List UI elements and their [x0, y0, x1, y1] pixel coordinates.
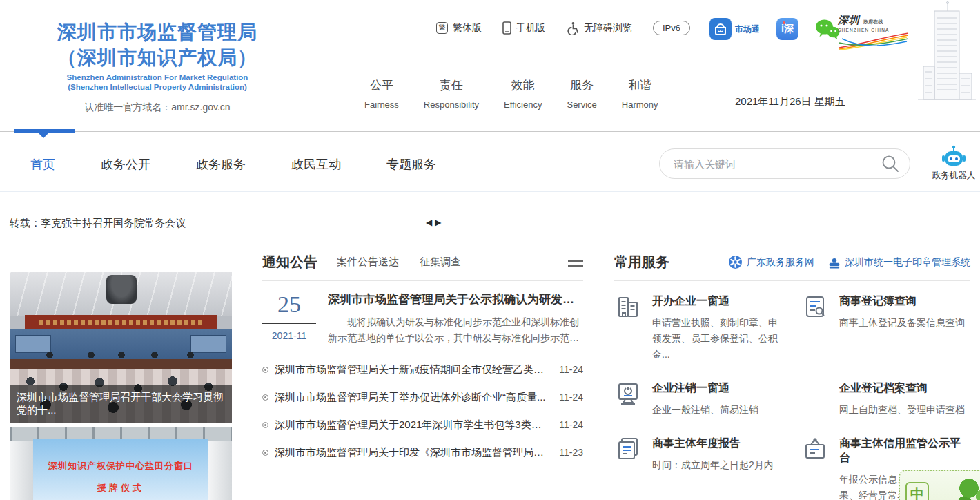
featured-year-month: 2021-11 — [262, 330, 316, 341]
main-nav: 首页 政务公开 政务服务 政民互动 专题服务 — [30, 156, 436, 173]
service-desc: 时间：成立周年之日起2月内 — [652, 457, 774, 473]
clover-leaves-icon — [929, 479, 980, 500]
notice-date: 11-24 — [559, 419, 583, 430]
notices-tabs: 案件公告送达 征集调查 — [337, 256, 461, 269]
carousel-caption[interactable]: 深圳市市场监督管理局召开干部大会学习贯彻党的十... — [10, 385, 232, 423]
shenzhen-china-logo[interactable]: 深圳 政府在线 SHENZHEN CHINA — [838, 14, 914, 50]
building-sketch-image — [910, 0, 979, 110]
value-efficiency: 效能Efficiency — [504, 77, 542, 110]
services-header: 常用服务 广东政务服务网 — [614, 253, 970, 281]
market-app-icon — [709, 18, 732, 40]
utility-links: 繁 繁体版 手机版 无障碍浏览 IPv6 — [436, 21, 690, 35]
mobile-version-label: 手机版 — [516, 22, 545, 35]
service-title[interactable]: 商事登记簿查询 — [839, 294, 965, 309]
notice-title[interactable]: 深圳市市场监督管理局关于新冠疫情期间全市仅经营乙类非... — [275, 363, 549, 376]
notice-title[interactable]: 深圳市市场监督管理局关于印发《深圳市市场监督管理局商... — [275, 446, 549, 459]
accessibility-label: 无障碍浏览 — [584, 22, 632, 35]
eseal-system-label: 深圳市统一电子印章管理系统 — [845, 256, 970, 269]
bullet-icon — [262, 394, 268, 401]
photo-carousel: 深圳市市场监督管理局召开干部大会学习贯彻党的十... 深圳知识产权保护中心盐田分… — [10, 272, 232, 500]
site-title-line2: （深圳市知识产权局） — [19, 45, 295, 70]
traditional-chinese-label: 繁体版 — [453, 22, 482, 35]
nav-item-gov-info[interactable]: 政务公开 — [101, 156, 150, 173]
slide2-banner-line1: 深圳知识产权保护中心盐田分窗口 — [33, 460, 208, 472]
search-input[interactable] — [674, 158, 881, 170]
report-pages-icon — [614, 435, 642, 463]
notice-title[interactable]: 深圳市市场监督管理局关于2021年深圳市学生书包等3类产... — [275, 419, 549, 432]
accessibility-icon — [566, 21, 579, 35]
value-responsibility: 责任Responsibility — [424, 77, 479, 110]
market-app-label: 市场通 — [735, 23, 760, 35]
featured-title[interactable]: 深圳市市场监督管理局关于公示拟确认为研发与标... — [328, 291, 583, 307]
tab-surveys[interactable]: 征集调查 — [420, 256, 461, 269]
notice-date: 11-23 — [559, 447, 583, 458]
active-tab-arrow-icon — [38, 133, 49, 144]
tab-case-announcements[interactable]: 案件公告送达 — [337, 256, 399, 269]
search-icon[interactable] — [881, 154, 900, 173]
traditional-chinese-link[interactable]: 繁 繁体版 — [436, 22, 482, 35]
service-deregistration[interactable]: 企业注销一窗通 企业一般注销、简易注销 — [614, 380, 783, 418]
service-title[interactable]: 商事主体信用监管公示平台 — [839, 436, 970, 465]
values-row: 公平Fairness 责任Responsibility 效能Efficiency… — [364, 77, 658, 110]
robot-icon — [941, 145, 966, 169]
guangdong-gov-service-label: 广东政务服务网 — [747, 256, 814, 269]
service-open-business[interactable]: 开办企业一窗通 申请营业执照、刻制印章、申领发票、员工参保登记、公积金... — [614, 293, 783, 363]
service-registry-query[interactable]: 商事登记簿查询 商事主体登记及备案信息查询 — [801, 293, 970, 363]
eseal-system-link[interactable]: 深圳市统一电子印章管理系统 — [828, 256, 970, 269]
notice-row[interactable]: 深圳市市场监督管理局关于新冠疫情期间全市仅经营乙类非... 11-24 — [262, 356, 583, 383]
ipv6-badge[interactable]: IPv6 — [653, 21, 690, 35]
featured-date-divider — [262, 323, 316, 324]
news-ticker[interactable]: 转载：李克强主持召开国务院常务会议 — [10, 217, 186, 230]
ishenzhen-app-dot — [783, 21, 785, 24]
slide-banner — [25, 315, 217, 329]
nav-item-home[interactable]: 首页 — [30, 156, 55, 173]
page: 深圳市市场监督管理局 （深圳市知识产权局） Shenzhen Administr… — [0, 0, 980, 500]
accessibility-link[interactable]: 无障碍浏览 — [566, 21, 632, 35]
service-title[interactable]: 开办企业一窗通 — [652, 294, 783, 309]
service-desc: 企业一般注销、简易注销 — [652, 402, 758, 418]
carousel-slide-ceremony[interactable]: 深圳知识产权保护中心盐田分窗口 授牌仪式 — [10, 427, 232, 500]
service-title[interactable]: 企业注销一窗通 — [652, 381, 758, 396]
shenzhen-china-logo-zh: 深圳 政府在线 — [838, 14, 914, 27]
monitor-power-icon — [614, 380, 642, 407]
featured-notice[interactable]: 25 2021-11 深圳市市场监督管理局关于公示拟确认为研发与标... 现将拟… — [262, 291, 583, 346]
ticker-next-icon[interactable]: ▶ — [435, 218, 441, 227]
nav-item-gov-services[interactable]: 政务服务 — [196, 156, 246, 173]
notices-list: 深圳市市场监督管理局关于新冠疫情期间全市仅经营乙类非... 11-24 深圳市市… — [262, 356, 583, 466]
nav-item-special-services[interactable]: 专题服务 — [386, 156, 436, 173]
shenzhen-china-logo-en: SHENZHEN CHINA — [838, 28, 914, 32]
notice-title[interactable]: 深圳市市场监督管理局关于举办促进体外诊断企业“高质量... — [275, 391, 549, 404]
notice-row[interactable]: 深圳市市场监督管理局关于印发《深圳市市场监督管理局商... 11-23 — [262, 439, 583, 466]
featured-content: 深圳市市场监督管理局关于公示拟确认为研发与标... 现将拟确认为研发与标准化同步… — [328, 291, 583, 346]
guangdong-gov-service-link[interactable]: 广东政务服务网 — [728, 255, 814, 269]
notice-row[interactable]: 深圳市市场监督管理局关于2021年深圳市学生书包等3类产... 11-24 — [262, 411, 583, 439]
search-box — [659, 148, 910, 179]
market-app-link[interactable]: 市场通 — [709, 18, 760, 40]
ishenzhen-app-icon[interactable]: i深 — [776, 18, 798, 40]
wechat-icon[interactable] — [815, 19, 840, 39]
site-subtitle-en2: (Shenzhen Intellectual Property Administ… — [19, 82, 295, 92]
nav-item-interaction[interactable]: 政民互动 — [291, 156, 341, 173]
notices-section: 通知公告 案件公告送达 征集调查 25 2021-11 深圳市市场监督管理局关于… — [262, 253, 583, 466]
gov-robot-button[interactable]: 政务机器人 — [932, 145, 976, 182]
carousel-slide-meeting[interactable]: 深圳市市场监督管理局召开干部大会学习贯彻党的十... — [10, 272, 232, 423]
ticker-prev-icon[interactable]: ◀ — [426, 218, 432, 227]
notice-row[interactable]: 深圳市市场监督管理局关于举办促进体外诊断企业“高质量... 11-24 — [262, 383, 583, 411]
value-harmony: 和谐Harmony — [622, 77, 658, 110]
notices-title[interactable]: 通知公告 — [262, 253, 317, 271]
value-fairness: 公平Fairness — [364, 77, 399, 110]
floating-widget[interactable]: 中 — [899, 470, 980, 500]
notices-more-icon[interactable] — [568, 254, 583, 271]
ishenzhen-app-label: i深 — [781, 23, 794, 35]
mobile-phone-icon — [502, 21, 511, 35]
services-grid: 开办企业一窗通 申请营业执照、刻制印章、申领发票、员工参保登记、公积金... — [614, 293, 970, 500]
service-title[interactable]: 企业登记档案查询 — [839, 381, 965, 396]
service-title[interactable]: 商事主体年度报告 — [652, 436, 774, 451]
site-logo[interactable]: 深圳市市场监督管理局 （深圳市知识产权局） Shenzhen Administr… — [19, 19, 295, 114]
hanging-board-icon — [801, 435, 829, 463]
slide-projector — [106, 275, 137, 304]
mobile-version-link[interactable]: 手机版 — [502, 21, 545, 35]
slide2-railing — [10, 427, 232, 441]
service-annual-report[interactable]: 商事主体年度报告 时间：成立周年之日起2月内 — [614, 435, 783, 500]
service-archive-query[interactable]: 企业登记档案查询 网上自助查档、受理申请查档 — [801, 380, 970, 418]
